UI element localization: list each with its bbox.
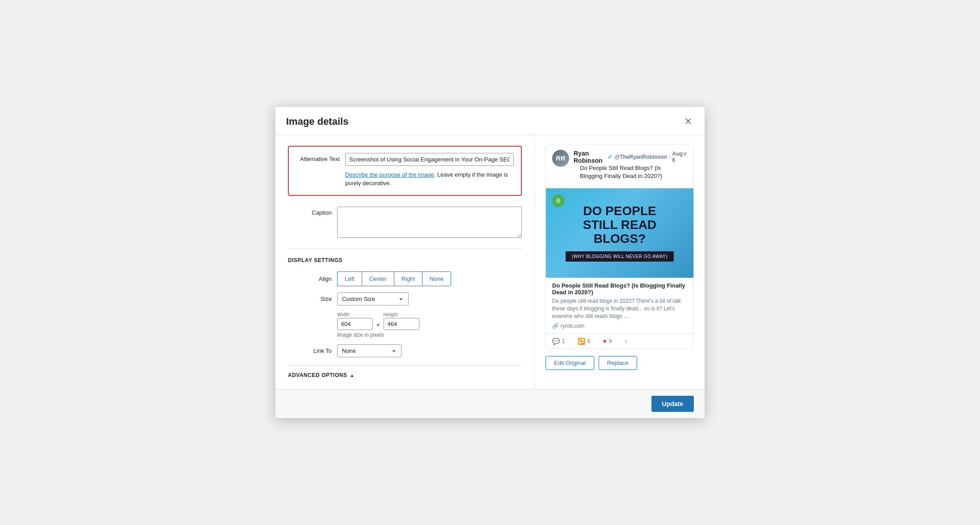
tweet-card: RR Ryan Robinson ✓ @TheRyanRobinson · Au…: [545, 144, 694, 349]
tweet-retweet-action[interactable]: 🔁 6: [578, 338, 591, 345]
dimensions-x-separator: ×: [373, 322, 384, 328]
like-count: 9: [609, 338, 612, 344]
advanced-options-arrow: ▲: [350, 373, 354, 378]
image-action-buttons: Edit Original Replace: [545, 356, 694, 370]
tweet-share-action[interactable]: ↑: [624, 338, 627, 345]
retweet-count: 6: [587, 338, 591, 344]
width-label: Width: [337, 312, 373, 317]
tweet-handle: @TheRyanRobinson: [614, 154, 667, 160]
image-details-modal: Image details ✕ Alternative Text Describ…: [275, 107, 705, 419]
caption-input[interactable]: [337, 207, 522, 238]
verified-badge: ✓: [608, 153, 612, 160]
tweet-image-headline: DO PEOPLE STILL READ BLOGS?: [574, 204, 665, 246]
tweet-image: B DO PEOPLE STILL READ BLOGS? (WHY BLOGG…: [546, 188, 693, 278]
align-left-button[interactable]: Left: [337, 271, 362, 287]
left-panel: Alternative Text Describe the purpose of…: [275, 135, 535, 390]
align-none-button[interactable]: None: [422, 271, 451, 287]
heart-icon: ♥: [603, 338, 606, 345]
align-label: Align: [288, 275, 337, 282]
link-icon: 🔗: [552, 323, 559, 329]
align-right-button[interactable]: Right: [394, 271, 422, 287]
comment-icon: 💬: [552, 338, 560, 345]
dimensions-row: Width × Height: [337, 312, 522, 330]
tweet-text: Do People Still Read Blogs? (Is Blogging…: [574, 164, 683, 185]
height-group: Height: [384, 312, 419, 330]
alt-text-hint: Describe the purpose of the image. Leave…: [345, 170, 514, 188]
tweet-chevron-icon: ∨: [683, 150, 687, 157]
tweet-date: ·: [669, 154, 670, 160]
display-settings-heading: DISPLAY SETTINGS: [288, 257, 522, 263]
align-row: Align Left Center Right None: [288, 271, 522, 287]
tweet-image-line2: STILL READ: [583, 218, 656, 232]
alt-text-section: Alternative Text Describe the purpose of…: [288, 146, 522, 196]
modal-title: Image details: [286, 116, 348, 127]
tweet-name: Ryan Robinson: [574, 150, 606, 164]
comment-count: 1: [562, 338, 565, 344]
caption-row: Caption: [288, 207, 522, 238]
tweet-link-url: ryrob.com: [561, 323, 584, 329]
tweet-link: 🔗 ryrob.com: [546, 323, 693, 334]
close-button[interactable]: ✕: [682, 115, 694, 128]
modal-footer: Update: [275, 389, 705, 418]
tweet-username: Ryan Robinson ✓ @TheRyanRobinson · Aug 6: [574, 150, 683, 164]
avatar-inner: RR: [552, 150, 569, 167]
align-buttons: Left Center Right None: [337, 271, 451, 287]
dimensions-hint: Image size in pixels: [337, 332, 522, 338]
tweet-header: RR Ryan Robinson ✓ @TheRyanRobinson · Au…: [546, 144, 693, 188]
avatar: RR: [552, 150, 569, 167]
alt-text-row: Alternative Text: [296, 153, 514, 166]
tweet-image-line1: DO PEOPLE: [583, 204, 656, 218]
tweet-image-blog-icon: B: [552, 195, 565, 207]
tweet-excerpt: Do people still read blogs in 2020? Ther…: [546, 297, 693, 322]
right-panel: RR Ryan Robinson ✓ @TheRyanRobinson · Au…: [535, 135, 705, 390]
tweet-caption: Do People Still Read Blogs? (Is Blogging…: [546, 278, 693, 297]
link-to-label: Link To: [288, 347, 337, 354]
modal-body: Alternative Text Describe the purpose of…: [275, 135, 705, 390]
tweet-comment-action[interactable]: 💬 1: [552, 338, 565, 345]
tweet-user: RR Ryan Robinson ✓ @TheRyanRobinson · Au…: [552, 150, 683, 185]
height-input[interactable]: [384, 318, 419, 330]
width-group: Width: [337, 312, 373, 330]
height-label: Height: [384, 312, 419, 317]
update-button[interactable]: Update: [651, 396, 694, 412]
tweet-image-line3: BLOGS?: [583, 232, 656, 246]
tweet-image-subtext: (WHY BLOGGING WILL NEVER GO AWAY): [566, 251, 674, 262]
alt-text-hint-link[interactable]: Describe the purpose of the image: [345, 171, 434, 178]
tweet-user-info: Ryan Robinson ✓ @TheRyanRobinson · Aug 6…: [574, 150, 683, 185]
advanced-options-toggle[interactable]: ADVANCED OPTIONS ▲: [288, 366, 522, 378]
caption-label: Caption: [288, 209, 337, 216]
size-select[interactable]: Thumbnail Medium Large Full Size Custom …: [337, 292, 409, 305]
align-center-button[interactable]: Center: [362, 271, 394, 287]
width-input[interactable]: [337, 318, 373, 330]
link-to-row: Link To None Media File Attachment Page …: [288, 344, 522, 357]
modal-header: Image details ✕: [275, 107, 705, 135]
advanced-options-label: ADVANCED OPTIONS: [288, 372, 347, 378]
size-row: Size Thumbnail Medium Large Full Size Cu…: [288, 292, 522, 305]
tweet-like-action[interactable]: ♥ 9: [603, 338, 612, 345]
tweet-actions: 💬 1 🔁 6 ♥ 9 ↑: [546, 334, 693, 348]
alt-text-input[interactable]: [345, 153, 514, 166]
size-label: Size: [288, 296, 337, 302]
divider-1: [288, 249, 522, 249]
replace-button[interactable]: Replace: [599, 356, 637, 370]
alt-text-label: Alternative Text: [296, 153, 345, 162]
share-icon: ↑: [624, 338, 627, 345]
retweet-icon: 🔁: [578, 338, 585, 345]
tweet-date-value: Aug 6: [672, 151, 683, 163]
edit-original-button[interactable]: Edit Original: [545, 356, 594, 370]
link-to-select[interactable]: None Media File Attachment Page Custom U…: [337, 344, 401, 357]
